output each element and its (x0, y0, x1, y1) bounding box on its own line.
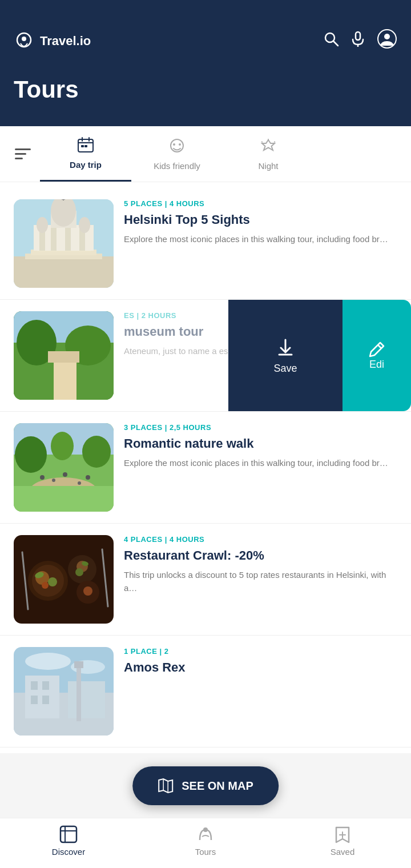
tab-kids-label: Kids friendly (154, 161, 200, 171)
svg-rect-80 (42, 696, 49, 704)
svg-point-54 (63, 472, 67, 477)
search-icon[interactable] (323, 31, 339, 51)
tour-item-1[interactable]: 5 PLACES | 4 HOURS Helsinki Top 5 Sights… (0, 188, 411, 300)
map-button-label: SEE ON MAP (182, 779, 253, 793)
svg-point-49 (82, 436, 111, 468)
svg-rect-88 (61, 826, 76, 842)
avatar-icon[interactable] (377, 29, 397, 53)
svg-point-91 (203, 827, 208, 832)
tour-thumb-1 (14, 199, 114, 288)
map-icon (158, 778, 174, 794)
svg-rect-4 (356, 32, 360, 40)
svg-rect-78 (42, 681, 49, 690)
tab-day-trip[interactable]: Day trip (40, 126, 131, 182)
tab-night-label: Night (258, 161, 278, 171)
svg-point-35 (37, 217, 48, 233)
svg-point-15 (173, 143, 175, 146)
tour-1-meta: 5 PLACES | 4 HOURS (124, 199, 397, 208)
svg-rect-79 (31, 696, 38, 704)
app-logo: Travel.io (14, 31, 91, 51)
nav-item-tours[interactable]: Tours (137, 825, 274, 857)
svg-line-20 (261, 142, 263, 142)
svg-point-81 (25, 653, 71, 670)
svg-line-3 (333, 41, 338, 46)
tour-thumb-5 (14, 647, 114, 736)
tours-list: 5 PLACES | 4 HOURS Helsinki Top 5 Sights… (0, 182, 411, 753)
nav-item-discover[interactable]: Discover (0, 825, 137, 857)
tour-5-title: Amos Rex (124, 660, 397, 675)
nav-item-saved[interactable]: Saved (274, 825, 411, 857)
tab-night[interactable]: Night (223, 127, 314, 181)
header-actions (323, 29, 397, 53)
svg-point-55 (78, 481, 81, 485)
saved-nav-icon (333, 825, 352, 843)
svg-rect-76 (68, 681, 105, 718)
microphone-icon[interactable] (350, 31, 365, 51)
svg-rect-83 (76, 664, 81, 721)
tour-item-2[interactable]: ES | 2 HOURS museum tour Ateneum, just t… (0, 300, 411, 412)
day-trip-icon (77, 136, 94, 156)
save-action-button[interactable]: Save (228, 300, 342, 411)
museum-img (14, 311, 114, 400)
svg-rect-13 (84, 145, 87, 147)
tour-thumb-3 (14, 423, 114, 512)
filter-tabs: Day trip Kids friendly Night (0, 126, 411, 182)
tour-item-3[interactable]: 3 PLACES | 2,5 HOURS Romantic nature wal… (0, 412, 411, 524)
svg-point-50 (51, 432, 74, 460)
kids-friendly-icon (168, 138, 186, 158)
amos-rex-img (14, 647, 114, 736)
nature-walk-img (14, 423, 114, 512)
svg-line-45 (378, 345, 381, 348)
saved-nav-label: Saved (331, 847, 355, 857)
tour-item-5[interactable]: 1 PLACE | 2 Amos Rex (0, 636, 411, 748)
swipe-action-overlay: Save Edi (228, 300, 411, 411)
svg-point-53 (52, 479, 55, 482)
discover-nav-label: Discover (52, 847, 85, 857)
tour-3-title: Romantic nature walk (124, 436, 397, 451)
svg-rect-42 (54, 357, 76, 400)
svg-rect-22 (14, 256, 114, 288)
edit-pencil-icon (368, 340, 386, 359)
tour-4-content: 4 PLACES | 4 HOURS Restaurant Crawl: -20… (124, 535, 397, 594)
bottom-navigation: Discover Tours Saved (0, 818, 411, 868)
svg-point-64 (48, 577, 57, 586)
svg-point-36 (79, 217, 90, 233)
see-on-map-button[interactable]: SEE ON MAP (132, 766, 279, 805)
restaurant-img (14, 535, 114, 624)
map-button-container: SEE ON MAP (132, 766, 279, 805)
svg-point-16 (179, 143, 181, 146)
svg-marker-85 (159, 779, 172, 793)
save-label: Save (273, 363, 297, 375)
page-title: Tours (14, 76, 397, 103)
tour-4-meta: 4 PLACES | 4 HOURS (124, 535, 397, 544)
filter-line-1 (15, 148, 31, 150)
svg-point-67 (75, 568, 83, 576)
edit-action-button[interactable]: Edi (342, 300, 411, 411)
edit-label: Edi (369, 359, 384, 371)
svg-line-19 (274, 142, 275, 142)
app-header: Travel.io (0, 0, 411, 65)
tab-kids-friendly[interactable]: Kids friendly (131, 127, 223, 181)
save-download-icon (275, 336, 296, 358)
tour-1-content: 5 PLACES | 4 HOURS Helsinki Top 5 Sights… (124, 199, 397, 246)
tour-3-content: 3 PLACES | 2,5 HOURS Romantic nature wal… (124, 423, 397, 470)
svg-rect-84 (74, 661, 83, 668)
tours-nav-label: Tours (195, 847, 216, 857)
tour-1-title: Helsinki Top 5 Sights (124, 212, 397, 227)
night-icon (260, 138, 277, 158)
svg-rect-12 (81, 145, 84, 147)
tour-3-meta: 3 PLACES | 2,5 HOURS (124, 423, 397, 432)
tour-5-content: 1 PLACE | 2 Amos Rex (124, 647, 397, 681)
tours-nav-icon (196, 825, 215, 843)
tour-item-4[interactable]: 4 PLACES | 4 HOURS Restaurant Crawl: -20… (0, 524, 411, 636)
discover-nav-icon (59, 825, 78, 843)
page-title-area: Tours (0, 65, 411, 126)
svg-point-68 (83, 586, 92, 596)
filter-line-2 (15, 153, 26, 155)
svg-point-52 (40, 475, 45, 480)
svg-point-7 (384, 34, 390, 39)
logo-icon (14, 31, 34, 51)
filter-button[interactable] (6, 148, 40, 159)
svg-point-1 (22, 37, 26, 41)
svg-point-56 (86, 475, 90, 480)
